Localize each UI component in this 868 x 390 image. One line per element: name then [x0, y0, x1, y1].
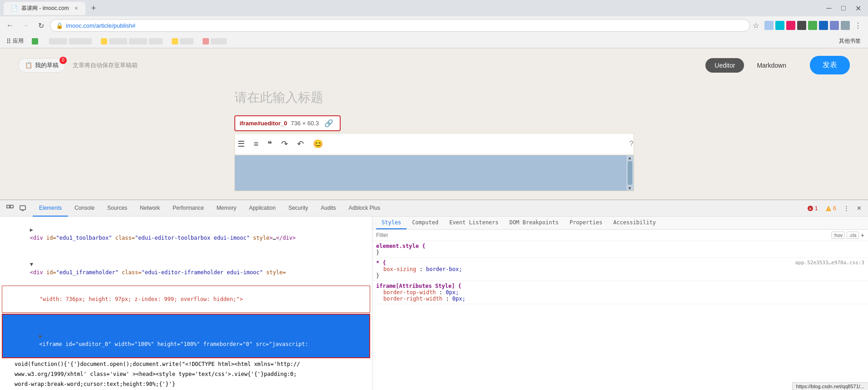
active-tab[interactable]: 📄 慕课网 - imooc.com × — [4, 2, 85, 15]
tab-bar: 📄 慕课网 - imooc.com × + ─ □ ✕ — [0, 0, 868, 16]
devtools-more-btn[interactable]: ⋮ — [841, 203, 852, 213]
other-bookmarks[interactable]: 其他书签 — [835, 36, 864, 46]
new-tab-btn[interactable]: + — [87, 2, 100, 15]
iframe-content-area: ▲ ▼ — [234, 155, 634, 191]
devtools-tab-network[interactable]: Network — [134, 200, 166, 217]
editor-main: iframe#ueditor_0 736 × 60.3 🔗 ☰ ≡ ❝ ↷ ↶ … — [234, 114, 634, 191]
hov-button[interactable]: :hov — [831, 232, 845, 239]
devtools-tab-elements[interactable]: Elements — [33, 200, 68, 217]
title-placeholder[interactable]: 请在此输入标题 — [234, 82, 634, 114]
toolbar-undo[interactable]: ↶ — [294, 137, 307, 151]
favicon-6[interactable] — [819, 21, 828, 30]
iframe-link-btn[interactable]: 🔗 — [322, 118, 335, 128]
styles-tab-computed[interactable]: Computed — [407, 217, 444, 229]
toolbar-help-btn[interactable]: ? — [630, 140, 634, 148]
toolbar-blockquote[interactable]: ❝ — [265, 137, 275, 151]
elements-panel: ▶ <div id="edu1_toolbarbox" class="edui-… — [0, 217, 372, 244]
bookmark-star-btn[interactable]: ☆ — [753, 21, 759, 30]
styles-sub-tabs: Styles Computed Event Listeners DOM Brea… — [372, 217, 868, 230]
editor-mode-buttons: Ueditor Markdown — [705, 58, 795, 73]
browser-chrome: 📄 慕课网 - imooc.com × + ─ □ ✕ ← → ↻ 🔒 imoo… — [0, 0, 868, 49]
favicon-2[interactable] — [775, 21, 784, 30]
devtools-tab-audits[interactable]: Audits — [314, 200, 342, 217]
styles-filter-bar: :hov .cls + — [372, 230, 868, 241]
styles-tab-dom-breakpoints[interactable]: DOM Breakpoints — [504, 217, 564, 229]
toolbar-list-ordered[interactable]: ≡ — [251, 138, 262, 151]
styles-tab-accessibility[interactable]: Accessibility — [608, 217, 661, 229]
minimize-btn[interactable]: ─ — [823, 2, 835, 15]
bookmark-1[interactable] — [28, 37, 44, 45]
nav-bar: ← → ↻ 🔒 imooc.com/article/publish# ☆ ⋮ — [0, 16, 868, 35]
editor-container: 请在此输入标题 iframe#ueditor_0 736 × 60.3 🔗 ☰ … — [216, 82, 652, 191]
favicon-1[interactable] — [764, 21, 774, 30]
tag-div-1: <div — [30, 235, 46, 241]
warn-count-text: 6 — [833, 205, 836, 212]
favicon-3[interactable] — [786, 21, 795, 30]
forward-btn[interactable]: → — [19, 19, 32, 32]
styles-filter-input[interactable] — [376, 232, 828, 238]
devtools-warn-count[interactable]: ! 6 — [823, 203, 839, 213]
styles-tab-event-listeners[interactable]: Event Listeners — [444, 217, 504, 229]
cls-button[interactable]: .cls — [847, 232, 859, 239]
favicon-7[interactable] — [830, 21, 839, 30]
ueditor-toolbar: ☰ ≡ ❝ ↷ ↶ 😊 ? — [235, 133, 634, 155]
apps-bookmark[interactable]: ⠿ 应用 — [4, 36, 26, 46]
iframe-tooltip-wrapper: iframe#ueditor_0 736 × 60.3 🔗 — [234, 114, 634, 131]
iframe-tooltip: iframe#ueditor_0 736 × 60.3 🔗 — [234, 115, 341, 131]
editor-body: iframe#ueditor_0 736 × 60.3 🔗 ☰ ≡ ❝ ↷ ↶ … — [234, 114, 634, 191]
devtools-tab-performance[interactable]: Performance — [166, 200, 210, 217]
ueditor-mode-btn[interactable]: Ueditor — [705, 58, 744, 73]
devtools-tab-adblock[interactable]: Adblock Plus — [342, 200, 387, 217]
devtools-tab-security[interactable]: Security — [282, 200, 314, 217]
devtools-panel: Elements Console Sources Network Perform… — [0, 199, 868, 244]
favicon-4[interactable] — [797, 21, 806, 30]
scroll-thumb[interactable] — [628, 161, 632, 185]
expand-icon-1[interactable]: ▶ — [30, 227, 33, 233]
svg-text:!: ! — [828, 207, 829, 212]
devtools-header: Elements Console Sources Network Perform… — [0, 200, 868, 217]
editor-top-bar: 📋 我的草稿 0 文章将自动保存至草稿箱 Ueditor Markdown 发表 — [0, 49, 868, 82]
maximize-btn[interactable]: □ — [837, 2, 850, 15]
close-btn[interactable]: ✕ — [852, 2, 864, 15]
refresh-btn[interactable]: ↻ — [35, 19, 47, 32]
toolbar-list-unordered[interactable]: ☰ — [235, 137, 248, 151]
bookmark-5[interactable] — [199, 37, 230, 45]
hov-cls-buttons: :hov .cls + — [831, 232, 864, 239]
devtools-inspect-btn[interactable] — [4, 203, 16, 214]
bookmark-2[interactable] — [45, 37, 95, 45]
devtools-tab-sources[interactable]: Sources — [101, 200, 134, 217]
elements-line-1[interactable]: ▶ <div id="edu1_toolbarbox" class="edui-… — [0, 217, 372, 244]
devtools-device-btn[interactable] — [16, 203, 29, 214]
styles-panel: Styles Computed Event Listeners DOM Brea… — [372, 217, 868, 244]
bookmark-3[interactable] — [97, 37, 166, 45]
add-style-btn[interactable]: + — [861, 232, 864, 239]
styles-tab-properties[interactable]: Properties — [564, 217, 608, 229]
svg-rect-2 — [20, 206, 25, 210]
back-btn[interactable]: ← — [4, 19, 16, 32]
devtools-tab-console[interactable]: Console — [68, 200, 101, 217]
favicon-8[interactable] — [841, 21, 850, 30]
draft-button[interactable]: 📋 我的草稿 0 — [18, 58, 65, 73]
publish-button[interactable]: 发表 — [810, 56, 850, 74]
styles-tab-styles[interactable]: Styles — [376, 217, 407, 229]
devtools-tab-memory[interactable]: Memory — [210, 200, 243, 217]
draft-icon: 📋 — [25, 62, 32, 69]
devtools-body: ▶ <div id="edu1_toolbarbox" class="edui-… — [0, 217, 868, 244]
address-bar[interactable]: 🔒 imooc.com/article/publish# — [50, 19, 750, 32]
toolbar-redo[interactable]: ↷ — [278, 137, 291, 151]
devtools-close-btn[interactable]: ✕ — [854, 203, 864, 213]
scroll-up-arrow[interactable]: ▲ — [628, 155, 632, 160]
markdown-mode-btn[interactable]: Markdown — [748, 58, 795, 73]
favicon-5[interactable] — [808, 21, 817, 30]
scroll-down-arrow[interactable]: ▼ — [628, 186, 632, 191]
extensions-btn[interactable]: ⋮ — [852, 19, 864, 32]
nav-right-icons: ⋮ — [764, 19, 864, 32]
toolbar-emoji[interactable]: 😊 — [310, 137, 326, 151]
scrollbar[interactable]: ▲ ▼ — [626, 155, 634, 191]
devtools-tab-application[interactable]: Application — [243, 200, 282, 217]
devtools-error-count[interactable]: ✕ 1 — [804, 203, 821, 213]
bookmark-4[interactable] — [168, 37, 197, 45]
bookmarks-bar: ⠿ 应用 其他书签 — [0, 35, 868, 48]
tab-close-btn[interactable]: × — [74, 5, 78, 12]
svg-rect-1 — [10, 205, 13, 208]
